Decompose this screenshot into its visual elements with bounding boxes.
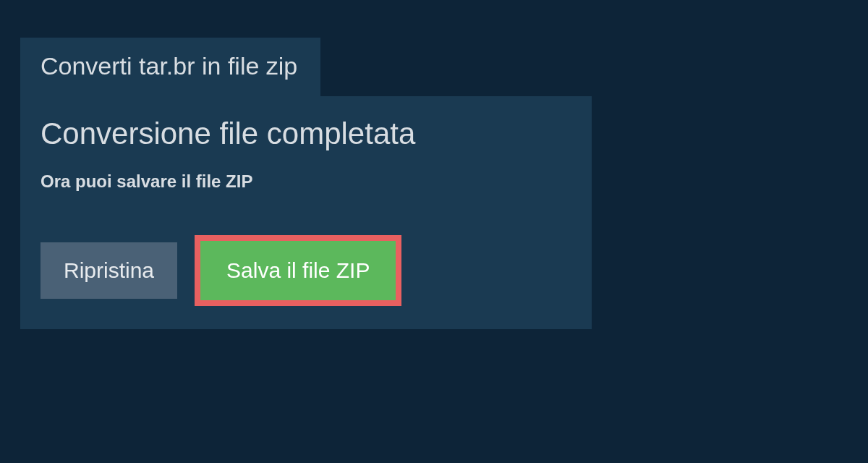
dialog-panel: Conversione file completata Ora puoi sal… (20, 96, 592, 329)
button-row: Ripristina Salva il file ZIP (41, 235, 571, 306)
dialog-title: Conversione file completata (41, 116, 571, 151)
save-zip-button[interactable]: Salva il file ZIP (200, 241, 396, 300)
save-button-highlight: Salva il file ZIP (195, 235, 401, 306)
dialog-tab: Converti tar.br in file zip (20, 38, 320, 96)
reset-button[interactable]: Ripristina (41, 242, 177, 299)
dialog-subtitle: Ora puoi salvare il file ZIP (41, 171, 571, 192)
tab-label: Converti tar.br in file zip (41, 52, 297, 80)
conversion-dialog: Converti tar.br in file zip Conversione … (20, 38, 592, 329)
